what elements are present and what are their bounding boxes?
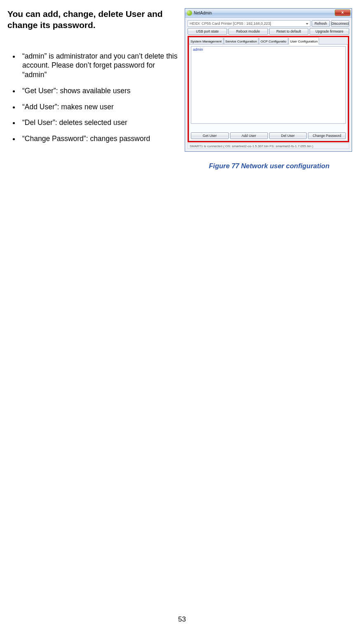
list-item-admin[interactable]: admin [193,47,344,52]
right-column: NetAdmin × HEIDI: CP55 Card Printer [CP5… [185,8,354,170]
add-user-button[interactable]: Add User [230,132,268,139]
list-item: “Get User”: shows available users [20,86,181,96]
tab-system-management[interactable]: System Management [189,37,223,44]
page-number: 53 [0,615,364,624]
left-column: You can add, change, delete User and cha… [7,8,181,170]
reset-default-button[interactable]: Reset to default [269,28,309,35]
tab-service-configuration[interactable]: Service Configuration [224,37,258,44]
tab-bar: System Management Service Configuration … [189,37,348,45]
list-item: “Change Password”: changes password [20,134,181,144]
tab-user-configuration[interactable]: User Configuration [289,37,319,45]
tab-ocp-configuration[interactable]: OCP Configuratio [259,37,288,44]
figure-caption: Figure 77 Network user configuration [185,162,354,170]
get-user-button[interactable]: Get User [191,132,229,139]
list-item: “Add User”: makes new user [20,102,181,112]
combo-text: HEIDI: CP55 Card Printer [CP55 : 192,168… [190,21,271,26]
close-button[interactable]: × [335,9,350,16]
printer-combo[interactable]: HEIDI: CP55 Card Printer [CP55 : 192,168… [188,20,310,27]
user-listbox[interactable]: admin [191,46,346,124]
refresh-button[interactable]: Refresh [312,20,330,27]
bullet-list: “admin” is administrator and you can’t d… [7,52,181,144]
usb-port-state-button[interactable]: USB port state [188,28,227,35]
change-password-button[interactable]: Change Password [308,132,346,139]
section-heading: You can add, change, delete User and cha… [7,8,181,31]
reboot-module-button[interactable]: Reboot module [228,28,268,35]
tab-panel: admin Get User Add User Del User Change … [189,45,348,141]
del-user-button[interactable]: Del User [269,132,307,139]
disconnect-button[interactable]: Disconnect [331,20,349,27]
app-window: NetAdmin × HEIDI: CP55 Card Printer [CP5… [185,8,352,152]
upgrade-firmware-button[interactable]: Upgrade firmware [310,28,349,35]
status-bar: SMART1 is connected ( OS: smartnet2-os-1… [188,143,349,149]
list-item: “admin” is administrator and you can’t d… [20,52,181,80]
app-icon [187,10,192,16]
list-item: “Del User”: deletes selected user [20,118,181,127]
highlight-box: System Management Service Configuration … [188,36,349,142]
titlebar[interactable]: NetAdmin × [185,9,352,18]
window-title: NetAdmin [194,11,212,15]
